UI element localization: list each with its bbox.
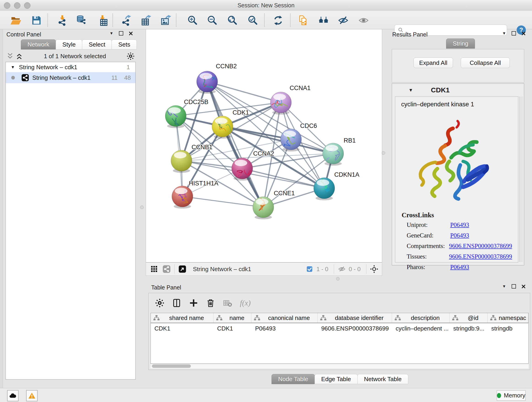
hide-selected-icon[interactable] (337, 15, 349, 26)
export-table-icon[interactable] (140, 15, 152, 26)
network-node-CCNB1[interactable]: CCNB1 (171, 144, 213, 173)
string-network-badge-icon[interactable] (162, 264, 171, 274)
first-neighbors-icon[interactable] (318, 15, 329, 26)
toolbar-separator (264, 13, 265, 27)
table-options-gear-icon[interactable] (154, 297, 166, 309)
network-node-RB1[interactable]: RB1 (321, 137, 355, 169)
delete-column-trash-icon[interactable] (205, 297, 216, 309)
crosslink-label: Uniprot: (407, 221, 450, 232)
crosslink-link[interactable]: 9606.ENSP00000378699 (449, 253, 512, 264)
duplicate-network-icon[interactable] (298, 15, 309, 26)
delete-table-icon[interactable] (222, 297, 234, 309)
grid-view-icon[interactable] (150, 264, 159, 274)
table-cell[interactable]: stringdb (488, 323, 528, 334)
node-section-header[interactable]: ▼ CDK1 (392, 84, 524, 96)
crosslink-link[interactable]: 9606.ENSP00000378699 (449, 242, 512, 253)
network-selection-status: 1 of 1 Network selected (24, 53, 126, 60)
results-scrollbar[interactable] (519, 96, 523, 262)
results-panel-window-buttons: ▼ (502, 31, 526, 36)
tab-network[interactable]: Network (21, 39, 56, 50)
expand-all-button[interactable]: Expand All (413, 57, 453, 68)
column-header-namespac[interactable]: namespac (488, 313, 528, 323)
column-header-name[interactable]: name (214, 313, 252, 323)
network-node-HIST1H1A[interactable]: HIST1H1A (172, 180, 218, 209)
collapse-all-button[interactable]: Collapse All (461, 57, 510, 68)
crosslink-link[interactable]: P06493 (450, 264, 469, 274)
column-header-@id[interactable]: @id (450, 313, 488, 323)
fit-content-crosshair-icon[interactable] (370, 264, 379, 274)
splitter-handle[interactable] (336, 277, 340, 281)
network-node-CCNA2[interactable]: CCNA2 (232, 150, 274, 181)
zoom-in-icon[interactable] (187, 15, 198, 26)
column-header-canonical-name[interactable]: canonical name (251, 313, 317, 323)
scrollbar-thumb[interactable] (152, 364, 191, 368)
hidden-eye-icon[interactable] (337, 264, 346, 274)
network-node-CCNE1[interactable]: CCNE1 (253, 190, 295, 219)
create-column-plus-icon[interactable] (188, 297, 200, 309)
tab-network-table[interactable]: Network Table (357, 374, 408, 384)
selected-checkbox-icon[interactable] (305, 264, 314, 274)
import-table-icon[interactable] (97, 15, 108, 26)
panel-menu-icon[interactable]: ▼ (502, 32, 506, 35)
collapse-all-tree-icon[interactable] (6, 51, 15, 61)
function-builder-icon[interactable]: f(x) (240, 299, 251, 307)
save-session-icon[interactable] (31, 15, 42, 26)
network-node-CDKN1A[interactable]: CDKN1A (314, 171, 360, 200)
panel-float-icon[interactable] (512, 284, 516, 288)
table-cell[interactable]: CDK1 (151, 323, 214, 334)
tab-edge-table[interactable]: Edge Table (315, 374, 358, 384)
table-cell[interactable]: 9606.ENSP00000378699 (317, 323, 392, 334)
column-header-description[interactable]: description (392, 313, 450, 323)
show-all-icon[interactable] (358, 15, 369, 26)
show-columns-icon[interactable] (171, 297, 183, 309)
collection-expand-icon[interactable]: ▼ (11, 65, 15, 70)
splitter-handle[interactable] (382, 151, 385, 155)
toolbar-separator (113, 13, 113, 27)
export-image-icon[interactable] (160, 15, 172, 26)
splitter-handle[interactable] (140, 206, 144, 209)
table-cell[interactable]: stringdb:9... (450, 323, 488, 334)
crosslink-link[interactable]: P06493 (450, 232, 469, 242)
import-database-icon[interactable] (76, 15, 87, 26)
zoom-fit-icon[interactable] (227, 15, 238, 26)
table-row[interactable]: CDK1CDK1P064939606.ENSP00000378699cyclin… (151, 323, 528, 334)
panel-float-icon[interactable] (119, 31, 123, 36)
status-bar: Memory (0, 388, 532, 402)
export-network-icon[interactable] (120, 15, 132, 26)
column-header-database-identifier[interactable]: database identifier (317, 313, 392, 323)
warning-status-button[interactable] (26, 390, 38, 401)
network-collection-row[interactable]: ▼ String Network – cdk1 1 (6, 62, 135, 72)
tab-node-table[interactable]: Node Table (272, 374, 315, 384)
table-cell[interactable]: P06493 (251, 323, 317, 334)
zoom-selected-icon[interactable] (247, 15, 259, 26)
tab-style[interactable]: Style (56, 39, 82, 50)
panel-close-icon[interactable] (521, 284, 526, 288)
open-session-icon[interactable] (10, 15, 22, 26)
network-row[interactable]: String Network – cdk1 11 48 (6, 72, 135, 83)
tab-select[interactable]: Select (82, 39, 112, 50)
panel-close-icon[interactable] (521, 32, 526, 36)
network-options-gear-icon[interactable] (126, 51, 135, 61)
panel-close-icon[interactable] (129, 32, 133, 36)
network-node-CCNA1[interactable]: CCNA1 (270, 85, 311, 115)
import-network-icon[interactable] (57, 15, 68, 26)
network-node-CCNB2[interactable]: CCNB2 (196, 63, 237, 94)
cloud-status-button[interactable] (7, 390, 19, 401)
birds-eye-view-icon[interactable] (178, 264, 187, 274)
table-cell[interactable]: CDK1 (214, 323, 252, 334)
crosslink-link[interactable]: P06493 (450, 221, 469, 232)
panel-menu-icon[interactable]: ▼ (109, 32, 114, 35)
expand-all-tree-icon[interactable] (15, 51, 24, 61)
table-horizontal-scrollbar[interactable] (151, 364, 529, 369)
panel-menu-icon[interactable]: ▼ (502, 284, 506, 288)
zoom-out-icon[interactable] (207, 15, 218, 26)
column-header-shared-name[interactable]: shared name (151, 313, 214, 323)
tab-sets[interactable]: Sets (112, 39, 137, 50)
memory-button[interactable]: Memory (497, 390, 526, 401)
network-canvas[interactable]: CCNB2 CCNA1 CDC25B CDK1 CDC6 RB1 CCNB1 (146, 29, 382, 262)
tab-string[interactable]: String (446, 38, 475, 49)
refresh-icon[interactable] (272, 15, 284, 26)
panel-float-icon[interactable] (512, 31, 516, 36)
table-cell[interactable]: cyclin–dependent ... (392, 323, 450, 334)
section-collapse-icon[interactable]: ▼ (409, 88, 413, 93)
